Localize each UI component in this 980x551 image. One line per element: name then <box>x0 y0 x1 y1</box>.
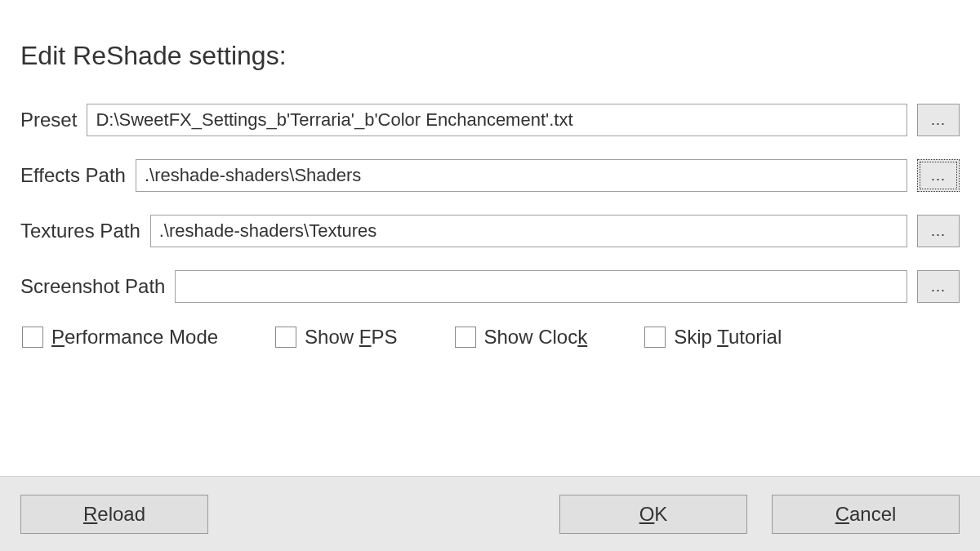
preset-input[interactable] <box>87 104 907 136</box>
textures-path-input[interactable] <box>150 215 907 247</box>
button-bar: Reload OK Cancel <box>0 476 980 551</box>
effects-path-label: Effects Path <box>20 164 126 187</box>
dialog-title: Edit ReShade settings: <box>20 41 960 71</box>
textures-path-label: Textures Path <box>20 220 140 242</box>
checkbox-box-icon <box>455 327 476 348</box>
ok-button[interactable]: OK <box>559 495 747 534</box>
show-fps-label: Show FPS <box>305 326 397 349</box>
cancel-button[interactable]: Cancel <box>772 495 960 534</box>
checkbox-box-icon <box>22 327 43 348</box>
screenshot-path-label: Screenshot Path <box>20 275 165 298</box>
show-clock-label: Show Clock <box>484 326 588 349</box>
performance-mode-checkbox[interactable]: Performance Mode <box>22 326 218 349</box>
screenshot-path-row: Screenshot Path ... <box>20 270 960 303</box>
preset-browse-button[interactable]: ... <box>917 104 960 136</box>
screenshot-path-browse-button[interactable]: ... <box>917 270 960 303</box>
checkbox-box-icon <box>644 327 666 348</box>
skip-tutorial-checkbox[interactable]: Skip Tutorial <box>644 326 782 349</box>
textures-path-browse-button[interactable]: ... <box>917 215 960 247</box>
checkbox-box-icon <box>275 327 296 348</box>
skip-tutorial-label: Skip Tutorial <box>674 326 782 349</box>
effects-path-browse-button[interactable]: ... <box>917 159 960 192</box>
textures-path-row: Textures Path ... <box>20 215 960 247</box>
performance-mode-label: Performance Mode <box>51 326 218 349</box>
effects-path-row: Effects Path ... <box>20 159 960 192</box>
show-fps-checkbox[interactable]: Show FPS <box>275 326 397 349</box>
preset-row: Preset ... <box>20 104 960 136</box>
preset-label: Preset <box>20 109 77 131</box>
show-clock-checkbox[interactable]: Show Clock <box>455 326 588 349</box>
reload-button[interactable]: Reload <box>20 495 208 534</box>
effects-path-input[interactable] <box>136 159 907 192</box>
screenshot-path-input[interactable] <box>175 270 907 303</box>
checkbox-row: Performance Mode Show FPS Show Clock Ski… <box>20 326 960 349</box>
